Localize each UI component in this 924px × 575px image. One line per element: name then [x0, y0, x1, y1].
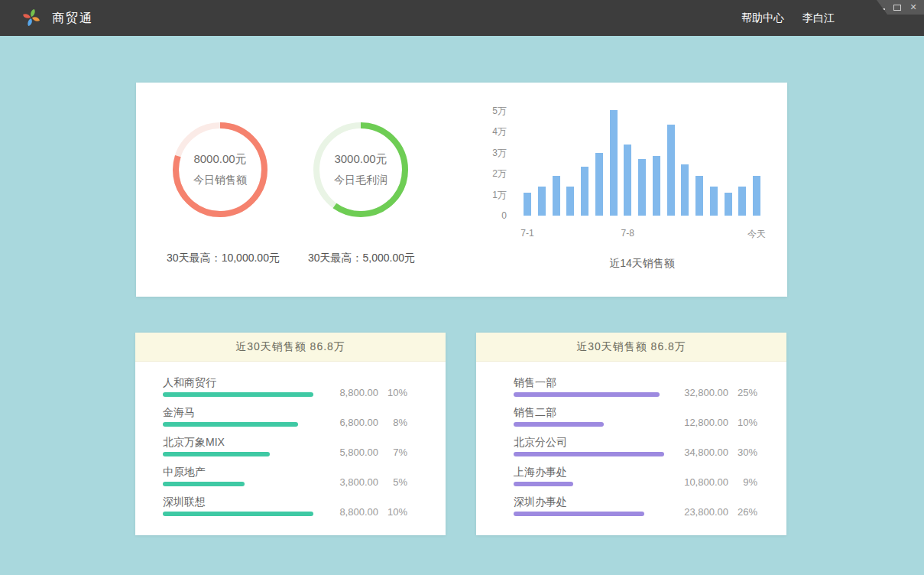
item-value: 10,800.009% [673, 476, 757, 488]
donut-center-text: 8000.00元 今日销售额 [182, 132, 258, 208]
list-item: 深圳联想8,800.0010% [135, 493, 446, 523]
y-tick-label: 4万 [492, 125, 507, 138]
item-label: 北京万象MIX [163, 436, 225, 450]
topbar-nav: 帮助中心 李白江 [741, 11, 835, 25]
x-tick-label: 7-8 [621, 228, 634, 239]
close-button[interactable]: ✕ [909, 3, 918, 12]
today-sales-donut: 8000.00元 今日销售额 [173, 122, 267, 217]
list-item: 北京万象MIX5,800.007% [135, 434, 446, 463]
item-label: 中原地产 [163, 466, 206, 479]
minimize-button[interactable] [877, 3, 886, 12]
list-item: 销售一部32,800.0025% [476, 374, 786, 404]
today-summary-card: 8000.00元 今日销售额 30天最高：10,000.00元 3000.00元… [136, 83, 787, 297]
app-title: 商贸通 [52, 11, 93, 27]
item-bar [514, 422, 604, 427]
bar [595, 153, 603, 216]
item-value: 12,800.0010% [673, 417, 757, 428]
item-percent: 5% [378, 476, 407, 488]
item-bar [514, 452, 664, 456]
item-label: 销售一部 [514, 376, 556, 390]
item-value: 8,800.0010% [323, 387, 407, 398]
item-percent: 25% [728, 387, 757, 398]
y-tick-label: 2万 [492, 167, 507, 180]
today-profit-value: 3000.00元 [334, 152, 387, 167]
item-value: 8,800.0010% [323, 506, 407, 518]
user-name-link[interactable]: 李白江 [802, 11, 835, 25]
y-tick-label: 5万 [492, 105, 507, 118]
item-bar [514, 512, 644, 516]
bar [624, 145, 631, 216]
item-label: 北京分公司 [514, 436, 567, 450]
list-item: 中原地产3,800.005% [135, 463, 446, 493]
item-value: 6,800.008% [323, 417, 407, 428]
bar [638, 159, 646, 216]
item-bar [163, 422, 298, 427]
x-tick-label: 今天 [747, 228, 766, 241]
item-bar [163, 482, 245, 486]
item-value: 23,800.0026% [673, 506, 757, 518]
minimize-icon [877, 8, 885, 10]
item-value: 32,800.0025% [673, 387, 757, 398]
item-bar [163, 512, 313, 516]
item-percent: 30% [728, 447, 757, 458]
bar [667, 125, 675, 216]
today-profit-donut: 3000.00元 今日毛利润 [313, 122, 408, 217]
customers-card-title: 近30天销售额 86.8万 [135, 333, 446, 362]
item-percent: 10% [378, 506, 407, 518]
donut-center-text: 3000.00元 今日毛利润 [323, 132, 399, 208]
today-sales-value: 8000.00元 [193, 152, 246, 167]
item-amount: 34,800.00 [673, 447, 728, 458]
item-amount: 32,800.00 [673, 387, 728, 398]
bar [725, 193, 732, 216]
list-item: 上海办事处10,800.009% [476, 463, 786, 493]
bar-chart-caption: 近14天销售额 [524, 257, 760, 271]
item-value: 5,800.007% [323, 447, 407, 458]
item-bar [514, 392, 660, 397]
bar [653, 156, 660, 216]
item-amount: 3,800.00 [323, 476, 378, 488]
sales-14d-bar-chart: 5万4万3万2万1万0 7-17-8今天 近14天销售额 [481, 111, 760, 264]
bar [553, 176, 560, 216]
bar [681, 164, 689, 216]
pinwheel-logo-icon [21, 7, 42, 28]
today-sales-label: 今日销售额 [193, 174, 247, 187]
item-percent: 10% [728, 417, 757, 428]
item-bar [514, 482, 573, 486]
bar [524, 193, 531, 216]
list-item: 北京分公司34,800.0030% [476, 434, 786, 463]
item-percent: 10% [378, 387, 407, 398]
item-amount: 6,800.00 [323, 417, 378, 428]
item-amount: 23,800.00 [673, 506, 728, 518]
today-profit-label: 今日毛利润 [334, 174, 387, 187]
item-amount: 8,800.00 [323, 387, 378, 398]
y-tick-label: 3万 [492, 146, 507, 159]
list-item: 深圳办事处23,800.0026% [476, 493, 786, 523]
bar [610, 110, 618, 216]
sales-30d-departments-card: 近30天销售额 86.8万 销售一部32,800.0025%销售二部12,800… [476, 333, 786, 535]
bar [710, 187, 718, 216]
bar-chart-y-axis: 5万4万3万2万1万0 [481, 111, 507, 216]
app-window: 商贸通 帮助中心 李白江 ✕ 8000.00元 今日销售额 30天最高：10,0… [0, 0, 924, 575]
maximize-icon [893, 5, 901, 11]
departments-card-title: 近30天销售额 86.8万 [476, 333, 786, 362]
bar [695, 176, 703, 216]
bar [753, 176, 760, 216]
item-label: 深圳联想 [163, 495, 206, 509]
y-tick-label: 0 [501, 210, 507, 221]
departments-list: 销售一部32,800.0025%销售二部12,800.0010%北京分公司34,… [476, 362, 786, 523]
maximize-button[interactable] [893, 3, 902, 12]
item-value: 34,800.0030% [673, 447, 757, 458]
bar [538, 187, 546, 216]
item-amount: 12,800.00 [673, 417, 728, 428]
item-percent: 26% [728, 506, 757, 518]
y-tick-label: 1万 [492, 188, 507, 201]
bar-chart-bars [524, 111, 760, 216]
item-label: 金海马 [163, 406, 195, 420]
bar [738, 187, 746, 216]
item-bar [163, 452, 270, 456]
item-bar [163, 392, 313, 397]
item-value: 3,800.005% [323, 476, 407, 488]
help-center-link[interactable]: 帮助中心 [741, 11, 784, 25]
close-icon: ✕ [909, 3, 916, 11]
topbar: 商贸通 帮助中心 李白江 ✕ [0, 0, 924, 36]
